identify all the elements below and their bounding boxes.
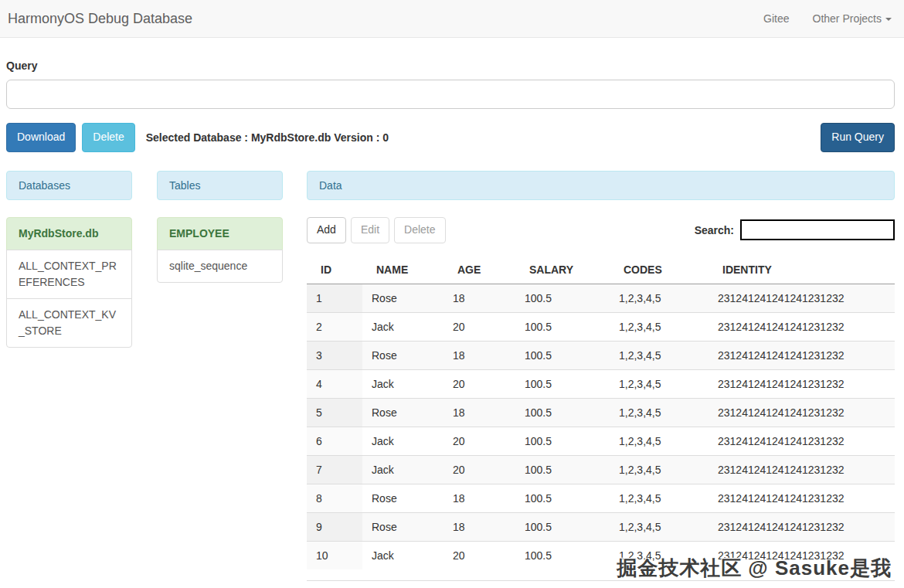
tables-list: EMPLOYEEsqlite_sequence [157,217,283,283]
table-cell: 231241241241241231232 [709,512,895,541]
table-cell: 100.5 [515,284,610,312]
edit-row-button[interactable]: Edit [351,217,389,243]
table-cell: 8 [307,484,362,512]
nav-link-gitee[interactable]: Gitee [763,12,789,25]
table-row[interactable]: 6Jack20100.51,2,3,4,52312412412412412312… [307,427,895,455]
table-cell: 231241241241241231232 [709,541,895,569]
table-cell: 4 [307,369,362,398]
column-header-name[interactable]: NAME [362,256,444,284]
search-input[interactable] [740,219,895,240]
table-cell: 100.5 [515,455,610,484]
table-cell: 1,2,3,4,5 [610,341,709,369]
table-cell: Rose [362,512,444,541]
table-cell: 231241241241241231232 [709,341,895,369]
app-title[interactable]: HarmonyOS Debug Database [8,11,192,27]
database-list-item[interactable]: MyRdbStore.db [6,217,132,250]
nav-links: Gitee Other Projects [763,12,892,25]
column-header-codes[interactable]: CODES [610,256,709,284]
data-table-body: 1Rose18100.51,2,3,4,52312412412412412312… [307,284,895,569]
data-panel: Data Add Edit Delete Search: ID NAME [307,171,895,588]
download-button[interactable]: Download [6,123,76,152]
table-cell: 1,2,3,4,5 [610,512,709,541]
table-cell: 231241241241241231232 [709,369,895,398]
run-query-button[interactable]: Run Query [821,123,895,152]
table-cell: Jack [362,312,444,341]
table-cell: 231241241241241231232 [709,312,895,341]
table-cell: 100.5 [515,512,610,541]
table-cell: 1,2,3,4,5 [610,398,709,427]
table-row[interactable]: 1Rose18100.51,2,3,4,52312412412412412312… [307,284,895,312]
table-cell: 7 [307,455,362,484]
tables-panel-title: Tables [157,171,283,200]
table-cell: 100.5 [515,484,610,512]
table-cell: Jack [362,427,444,455]
table-cell: 100.5 [515,312,610,341]
table-footer: Showing 1 to 10 of 20 entries Previous12… [307,580,895,588]
table-cell: 1,2,3,4,5 [610,284,709,312]
selected-database-info: Selected Database : MyRdbStore.db Versio… [146,131,389,144]
nav-link-other-projects[interactable]: Other Projects [813,12,892,25]
data-table: ID NAME AGE SALARY CODES IDENTITY 1Rose1… [307,256,895,569]
table-cell: 1 [307,284,362,312]
table-cell: 1,2,3,4,5 [610,312,709,341]
table-cell: 1,2,3,4,5 [610,427,709,455]
table-cell: 100.5 [515,369,610,398]
table-cell: Rose [362,484,444,512]
table-cell: 231241241241241231232 [709,484,895,512]
databases-list: MyRdbStore.dbALL_CONTEXT_PREFERENCESALL_… [6,217,132,348]
table-cell: 9 [307,512,362,541]
database-list-item[interactable]: ALL_CONTEXT_PREFERENCES [6,250,132,299]
table-cell: Jack [362,369,444,398]
table-cell: 18 [444,512,515,541]
column-header-identity[interactable]: IDENTITY [709,256,895,284]
column-header-age[interactable]: AGE [444,256,515,284]
databases-panel: Databases MyRdbStore.dbALL_CONTEXT_PREFE… [6,171,132,348]
table-cell: 2 [307,312,362,341]
other-projects-label: Other Projects [813,12,882,25]
search-label: Search: [695,224,734,236]
table-cell: 20 [444,312,515,341]
chevron-down-icon [885,18,892,21]
table-list-item[interactable]: EMPLOYEE [157,217,283,250]
query-input[interactable] [6,80,895,109]
table-list-item[interactable]: sqlite_sequence [157,250,283,283]
table-row[interactable]: 5Rose18100.51,2,3,4,52312412412412412312… [307,398,895,427]
table-cell: 20 [444,369,515,398]
table-header-row: ID NAME AGE SALARY CODES IDENTITY [307,256,895,284]
table-cell: 231241241241241231232 [709,427,895,455]
table-cell: Jack [362,541,444,569]
column-header-id[interactable]: ID [307,256,362,284]
table-cell: 100.5 [515,341,610,369]
tables-panel: Tables EMPLOYEEsqlite_sequence [157,171,283,283]
column-header-salary[interactable]: SALARY [515,256,610,284]
add-row-button[interactable]: Add [307,217,346,243]
delete-database-button[interactable]: Delete [82,123,134,152]
row-action-buttons: Add Edit Delete [307,217,446,243]
databases-panel-title: Databases [6,171,132,200]
table-cell: Rose [362,341,444,369]
delete-row-button[interactable]: Delete [394,217,445,243]
table-row[interactable]: 8Rose18100.51,2,3,4,52312412412412412312… [307,484,895,512]
table-row[interactable]: 3Rose18100.51,2,3,4,52312412412412412312… [307,341,895,369]
table-cell: 1,2,3,4,5 [610,455,709,484]
search-wrap: Search: [695,219,895,240]
table-cell: 100.5 [515,541,610,569]
main-content: Query Download Delete Selected Database … [0,38,904,588]
table-row[interactable]: 9Rose18100.51,2,3,4,52312412412412412312… [307,512,895,541]
table-row[interactable]: 10Jack20100.51,2,3,4,5231241241241241231… [307,541,895,569]
table-row[interactable]: 2Jack20100.51,2,3,4,52312412412412412312… [307,312,895,341]
table-cell: 3 [307,341,362,369]
table-cell: 20 [444,455,515,484]
database-list-item[interactable]: ALL_CONTEXT_KV_STORE [6,298,132,348]
navbar: HarmonyOS Debug Database Gitee Other Pro… [0,0,904,38]
table-cell: 100.5 [515,398,610,427]
table-row[interactable]: 4Jack20100.51,2,3,4,52312412412412412312… [307,369,895,398]
data-toolbar: Add Edit Delete Search: [307,217,895,243]
action-row: Download Delete Selected Database : MyRd… [6,123,895,152]
query-label: Query [6,59,895,72]
table-row[interactable]: 7Jack20100.51,2,3,4,52312412412412412312… [307,455,895,484]
table-cell: 1,2,3,4,5 [610,484,709,512]
table-cell: Rose [362,398,444,427]
panels-row: Databases MyRdbStore.dbALL_CONTEXT_PREFE… [6,171,895,588]
table-cell: 1,2,3,4,5 [610,541,709,569]
